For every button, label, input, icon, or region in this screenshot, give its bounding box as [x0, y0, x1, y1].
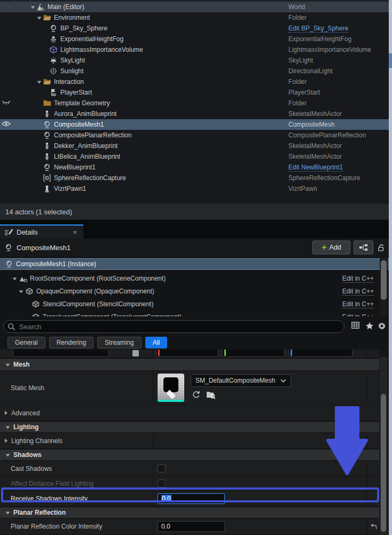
actor-icon [43, 163, 51, 172]
tab-details-label: Details [17, 228, 38, 236]
scale-lock-icon[interactable] [132, 350, 139, 356]
outliner-row[interactable]: SphereReflectionCapture SphereReflection… [0, 173, 389, 183]
outliner-row[interactable]: Dekker_AnimBlueprint SkeletalMeshActor [0, 141, 389, 151]
skeletal-mesh-icon [43, 142, 51, 150]
player-start-icon [49, 88, 58, 97]
section-mesh-label: Mesh [13, 361, 30, 368]
edit-in-cpp-link[interactable]: Edit in C++ [342, 275, 374, 283]
outliner-scrollbar-thumb[interactable] [389, 53, 392, 68]
edit-in-cpp-link[interactable]: Edit in C++ [342, 288, 374, 296]
outliner-row[interactable]: SkyLight SkyLight [0, 55, 389, 66]
outliner-row[interactable]: BP_Sky_Sphere Edit BP_Sky_Sphere [0, 23, 389, 34]
component-row[interactable]: RootSceneComponent (RootSceneComponent) … [0, 273, 389, 284]
scale-input-clipped[interactable] [13, 350, 109, 357]
scale-x-field[interactable] [156, 350, 218, 357]
affect-distance-field-checkbox[interactable] [158, 479, 166, 487]
lock-details-button[interactable] [375, 241, 387, 254]
caret-down-icon[interactable] [17, 290, 25, 293]
lighting-channels-row: Lighting Channels [0, 433, 379, 449]
caret-down-icon[interactable] [4, 425, 11, 429]
tab-details[interactable]: Details × [0, 224, 83, 238]
edit-blueprint-link[interactable]: Edit NewBlueprint1 [288, 164, 343, 172]
outliner-row[interactable]: CompositePlanarReflection CompositePlana… [0, 130, 389, 141]
axis-x-accent [158, 350, 160, 356]
caret-down-icon[interactable] [4, 511, 11, 515]
settings-gear-icon[interactable] [378, 322, 386, 330]
blueprint-graph-button[interactable] [354, 241, 373, 254]
use-selected-asset-icon[interactable] [192, 390, 201, 399]
component-row-label: RootSceneComponent (RootSceneComponent) [30, 275, 166, 282]
component-row[interactable]: OpaqueComponent (OpaqueComponent) Edit i… [0, 285, 389, 297]
edit-blueprint-link[interactable]: Edit BP_Sky_Sphere [288, 25, 348, 33]
scale-y-field[interactable] [222, 350, 285, 357]
outliner-row-type: CompositeMesh [288, 121, 335, 128]
section-lighting[interactable]: Lighting [0, 421, 379, 433]
caret-down-icon[interactable] [36, 80, 43, 84]
outliner-row[interactable]: Sunlight DirectionalLight [0, 66, 389, 76]
filter-tab-all[interactable]: All [145, 337, 167, 348]
component-row[interactable]: StencilComponent (StencilComponent) Edit… [0, 298, 389, 310]
outliner-row[interactable]: ExponentialHeightFog ExponentialHeightFo… [0, 34, 389, 44]
search-input[interactable] [19, 323, 318, 331]
outliner-row-type: Folder [288, 14, 307, 21]
skeletal-mesh-icon [43, 110, 51, 118]
section-planar-reflection[interactable]: Planar Reflection [0, 507, 379, 518]
thumbnail-mesh-shape [163, 377, 178, 392]
receive-shadows-input[interactable]: 0.0 [158, 493, 225, 504]
outliner-row[interactable]: PlayerStart PlayerStart [0, 87, 389, 98]
component-row[interactable]: TranslucentComponent (TranslucentCompone… [0, 311, 389, 316]
advanced-row[interactable]: Advanced [0, 405, 379, 421]
static-mesh-reset [367, 371, 379, 405]
outliner-row-label: Interaction [54, 78, 84, 86]
favorites-star-icon[interactable] [365, 322, 374, 330]
section-mesh[interactable]: Mesh [0, 358, 379, 371]
caret-down-icon[interactable] [36, 16, 43, 20]
filter-tab-general[interactable]: General [7, 337, 45, 348]
volume-icon [49, 45, 58, 54]
display-filter-icon[interactable] [351, 322, 359, 329]
property-filter-tabs: General Rendering Streaming All [0, 336, 389, 350]
edit-in-cpp-link[interactable]: Edit in C++ [342, 300, 374, 308]
close-icon[interactable]: × [70, 228, 79, 236]
static-mesh-thumbnail[interactable] [158, 374, 184, 402]
caret-down-icon[interactable] [11, 277, 18, 281]
outliner-row[interactable]: LightmassImportanceVolume LightmassImpor… [0, 44, 389, 55]
caret-right-icon[interactable] [4, 410, 8, 415]
browse-to-asset-icon[interactable] [206, 390, 216, 399]
revert-icon[interactable] [370, 524, 377, 530]
scale-z-field[interactable] [288, 350, 352, 357]
eye-open-icon[interactable] [2, 121, 11, 127]
outliner-row[interactable]: Aurora_AnimBlueprint SkeletalMeshActor [0, 108, 389, 119]
outliner-row[interactable]: Template Geometry Folder [0, 98, 389, 108]
outliner-row[interactable]: NewBlueprint1 Edit NewBlueprint1 [0, 162, 389, 173]
component-row[interactable]: CompositeMesh1 (Instance) [0, 258, 389, 270]
outliner-row[interactable]: Environment Folder [0, 12, 389, 23]
outliner-row-label: Environment [54, 14, 90, 21]
cast-shadows-value [153, 461, 367, 476]
properties-scrollbar-thumb[interactable] [381, 394, 386, 532]
filter-tab-rendering[interactable]: Rendering [49, 337, 93, 348]
section-shadows[interactable]: Shadows [0, 449, 379, 461]
caret-right-icon[interactable] [4, 438, 8, 443]
outliner-row[interactable]: LtBelica_AnimBlueprint SkeletalMeshActor [0, 151, 389, 162]
filter-tab-streaming[interactable]: Streaming [97, 337, 142, 348]
add-component-button[interactable]: + Add [312, 241, 350, 254]
cast-shadows-checkbox[interactable] [158, 464, 166, 472]
outliner-row[interactable]: Main (Editor) World [0, 2, 389, 12]
details-scrollbar-thumb[interactable] [381, 260, 387, 300]
caret-down-icon[interactable] [4, 363, 11, 367]
outliner-row[interactable]: Interaction Folder [0, 76, 389, 87]
lock-open-icon [378, 244, 385, 252]
search-box[interactable] [3, 320, 344, 333]
caret-down-icon[interactable] [29, 5, 36, 9]
receive-shadows-value: 0.0 [161, 495, 171, 502]
static-mesh-dropdown[interactable]: SM_DefaultCompositeMesh [191, 374, 291, 387]
planar-color-input[interactable]: 0.0 [158, 521, 225, 532]
caret-down-icon[interactable] [4, 453, 11, 457]
eye-closed-icon[interactable] [2, 99, 11, 105]
search-icon [7, 323, 15, 331]
add-button-label: Add [330, 244, 341, 251]
details-header: CompositeMesh1 + Add [0, 238, 389, 257]
outliner-row[interactable]: VizrtPawn1 VizrtPawn [0, 183, 389, 194]
outliner-row[interactable]: CompositeMesh1 CompositeMesh [0, 119, 389, 130]
